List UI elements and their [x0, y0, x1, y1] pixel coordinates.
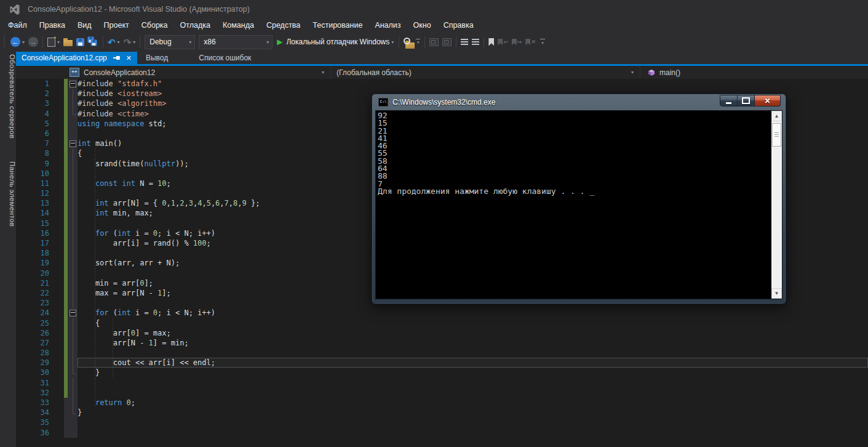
member-dropdown[interactable]: main(): [640, 66, 868, 79]
menu-item-7[interactable]: Средства: [260, 19, 306, 31]
scroll-up-arrow[interactable]: ▲: [771, 111, 782, 121]
fold-margin[interactable]: [68, 79, 78, 89]
navigate-back-button[interactable]: ←▾: [9, 34, 26, 49]
breakpoint-margin[interactable]: [54, 248, 64, 258]
breakpoint-margin[interactable]: [54, 268, 64, 278]
scrollbar-thumb[interactable]: [772, 123, 781, 147]
code-line[interactable]: 25 {: [16, 318, 868, 328]
code-line[interactable]: 36: [16, 428, 868, 438]
tab-0[interactable]: Вывод: [137, 52, 177, 64]
breakpoint-margin[interactable]: [54, 169, 64, 179]
menu-item-10[interactable]: Окно: [407, 19, 437, 31]
increase-indent-button[interactable]: [470, 34, 481, 49]
menu-item-9[interactable]: Анализ: [368, 19, 407, 31]
breakpoint-margin[interactable]: [54, 368, 64, 377]
copy-reference-button[interactable]: [440, 34, 453, 49]
code-line[interactable]: 31: [16, 378, 868, 388]
code-line[interactable]: 27 arr[N - 1] = min;: [16, 338, 868, 348]
code-line[interactable]: 35: [16, 417, 868, 427]
breakpoint-margin[interactable]: [54, 328, 64, 338]
previous-bookmark-button[interactable]: ↩: [496, 34, 510, 49]
tab-1[interactable]: Список ошибок: [190, 52, 260, 64]
console-scrollbar[interactable]: ▲ ▼: [771, 111, 782, 299]
sidebar-tab-1[interactable]: Панель элементов: [0, 161, 16, 227]
code-line[interactable]: 1#include "stdafx.h": [16, 79, 868, 89]
breakpoint-margin[interactable]: [54, 288, 64, 298]
save-button[interactable]: [74, 34, 86, 49]
clear-bookmarks-button[interactable]: ✕: [524, 34, 538, 49]
minimize-button[interactable]: [720, 95, 738, 107]
save-all-button[interactable]: [86, 34, 100, 49]
menu-item-0[interactable]: Файл: [2, 19, 33, 31]
start-debugging-button[interactable]: ▶Локальный отладчик Windows▾: [277, 38, 394, 46]
sidebar-tab-0[interactable]: Обозреватель серверов: [0, 54, 16, 139]
breakpoint-margin[interactable]: [54, 348, 64, 358]
code-line[interactable]: 30 }: [16, 368, 868, 377]
breakpoint-margin[interactable]: [54, 338, 64, 348]
breakpoint-margin[interactable]: [54, 99, 64, 108]
undo-button[interactable]: ↶▾: [106, 34, 122, 49]
breakpoint-margin[interactable]: [54, 408, 64, 417]
breakpoint-margin[interactable]: [54, 179, 64, 188]
breakpoint-margin[interactable]: [54, 228, 64, 238]
new-item-button[interactable]: ▾: [46, 34, 62, 49]
breakpoint-margin[interactable]: [54, 388, 64, 398]
breakpoint-margin[interactable]: [54, 109, 64, 119]
breakpoint-margin[interactable]: [54, 308, 64, 318]
toolbar-grip[interactable]: [2, 36, 7, 48]
title-bar[interactable]: ConsoleApplication12 - Microsoft Visual …: [0, 0, 868, 18]
breakpoint-margin[interactable]: [54, 318, 64, 328]
toggle-bookmark-button[interactable]: [487, 34, 496, 49]
navigate-forward-button[interactable]: →: [26, 34, 40, 49]
breakpoint-margin[interactable]: [54, 208, 64, 218]
menu-item-2[interactable]: Вид: [71, 19, 98, 31]
breakpoint-margin[interactable]: [54, 258, 64, 268]
scroll-down-arrow[interactable]: ▼: [771, 288, 782, 299]
collapse-box-icon[interactable]: [70, 310, 76, 316]
open-file-button[interactable]: [62, 34, 74, 49]
menu-item-6[interactable]: Команда: [217, 19, 260, 31]
fold-margin[interactable]: [68, 139, 78, 148]
code-line[interactable]: 34}: [16, 408, 868, 417]
breakpoint-margin[interactable]: [54, 129, 64, 139]
code-line[interactable]: 24 for (int i = 0; i < N; i++): [16, 308, 868, 318]
close-button[interactable]: ✕: [755, 95, 781, 107]
project-dropdown[interactable]: ++ ConsoleApplication12 ▾: [66, 66, 330, 79]
code-line[interactable]: 32: [16, 388, 868, 398]
breakpoint-margin[interactable]: [54, 188, 64, 198]
next-bookmark-button[interactable]: ↪: [510, 34, 524, 49]
chevron-down-icon[interactable]: ▾: [416, 39, 420, 45]
close-icon[interactable]: ✕: [126, 54, 132, 62]
scope-dropdown[interactable]: (Глобальная область) ▾: [330, 66, 640, 79]
breakpoint-margin[interactable]: [54, 89, 64, 99]
menu-item-4[interactable]: Сборка: [135, 19, 174, 31]
tab-consoleapplication12-cpp[interactable]: ConsoleApplication12.cpp ✕: [16, 52, 137, 64]
breakpoint-margin[interactable]: [54, 219, 64, 228]
decrease-indent-button[interactable]: [459, 34, 470, 49]
solution-platform-dropdown[interactable]: x86▾: [199, 35, 273, 49]
redo-button[interactable]: ↷▾: [122, 34, 138, 49]
maximize-button[interactable]: [738, 95, 755, 107]
pin-icon[interactable]: [113, 55, 121, 61]
solution-configuration-dropdown[interactable]: Debug▾: [145, 35, 195, 49]
menu-item-1[interactable]: Правка: [33, 19, 71, 31]
menu-item-11[interactable]: Справка: [437, 19, 480, 31]
breakpoint-margin[interactable]: [54, 238, 64, 248]
breakpoint-margin[interactable]: [54, 278, 64, 288]
collapse-box-icon[interactable]: [70, 140, 76, 147]
menu-item-5[interactable]: Отладка: [174, 19, 217, 31]
code-line[interactable]: 33 return 0;: [16, 398, 868, 408]
toolbar-overflow-button[interactable]: ▾: [540, 39, 545, 46]
breakpoint-margin[interactable]: [54, 298, 64, 308]
breakpoint-margin[interactable]: [54, 119, 64, 129]
code-line[interactable]: 28: [16, 348, 868, 358]
code-line[interactable]: 29 cout << arr[i] << endl;: [16, 358, 868, 368]
breakpoint-margin[interactable]: [54, 159, 64, 169]
breakpoint-margin[interactable]: [54, 428, 64, 438]
navigate-to-cursor-button[interactable]: [428, 34, 440, 49]
console-client-area[interactable]: 9215214146555864887Для продолжения нажми…: [375, 110, 782, 299]
breakpoint-margin[interactable]: [54, 198, 64, 208]
code-line[interactable]: 26 arr[0] = max;: [16, 328, 868, 338]
breakpoint-margin[interactable]: [54, 139, 64, 148]
collapse-box-icon[interactable]: [70, 81, 76, 87]
